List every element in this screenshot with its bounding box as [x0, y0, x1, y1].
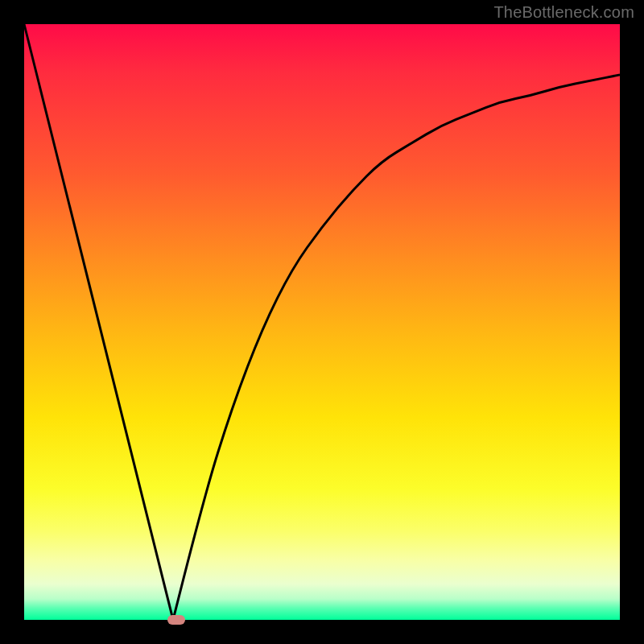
watermark-text: TheBottleneck.com: [493, 3, 634, 22]
curve-right-branch: [173, 75, 620, 620]
curve-layer: [24, 24, 620, 620]
curve-left-branch: [24, 24, 173, 620]
plot-area: [24, 24, 620, 620]
min-marker: [167, 615, 185, 625]
chart-frame: TheBottleneck.com: [0, 0, 644, 644]
